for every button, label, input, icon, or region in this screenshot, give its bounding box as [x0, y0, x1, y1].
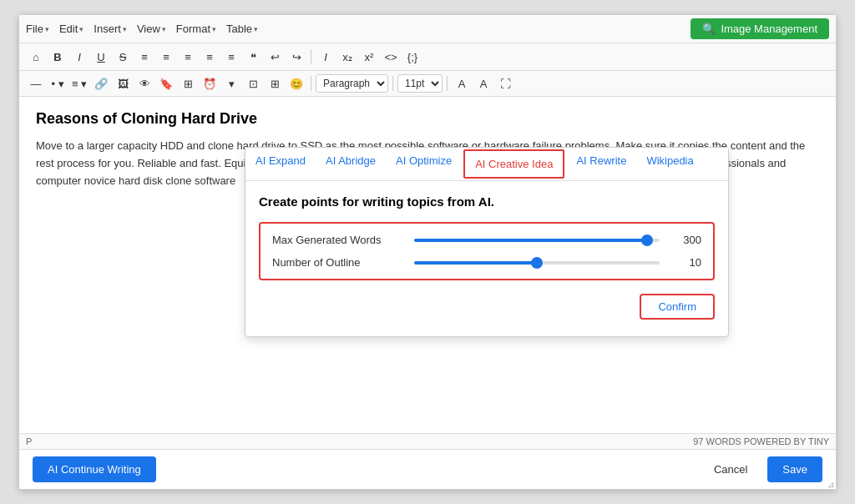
insert-arrow-icon: ▾ — [123, 25, 127, 33]
confirm-button[interactable]: Confirm — [640, 294, 715, 320]
table-insert-button[interactable]: ⊞ — [178, 73, 198, 93]
indent-button[interactable]: ≡ — [221, 47, 241, 67]
font-size-select[interactable]: 11pt — [397, 74, 443, 93]
toolbar-row2: — • ▾ ≡ ▾ 🔗 🖼 👁 🔖 ⊞ ⏰ ▾ ⊡ ⊞ 😊 Paragraph … — [19, 71, 836, 97]
undo-button[interactable]: ↩ — [265, 47, 285, 67]
menu-file[interactable]: File ▾ — [26, 23, 49, 35]
strikethrough-button[interactable]: S — [113, 47, 133, 67]
clock-button[interactable]: ⏰ — [200, 73, 220, 93]
menu-table[interactable]: Table ▾ — [226, 23, 258, 35]
menu-items: File ▾ Edit ▾ Insert ▾ View ▾ Format ▾ T… — [26, 23, 258, 35]
emoji-button[interactable]: 😊 — [286, 73, 306, 93]
continue-writing-button[interactable]: AI Continue Writing — [33, 456, 156, 482]
menu-format[interactable]: Format ▾ — [176, 23, 216, 35]
italic-button[interactable]: I — [69, 47, 89, 67]
max-words-thumb[interactable] — [641, 234, 653, 246]
toolbar-sep-3 — [392, 76, 393, 91]
embed-button[interactable]: ⊡ — [243, 73, 263, 93]
horizontal-rule-button[interactable]: — — [26, 73, 46, 93]
image-button[interactable]: 🖼 — [113, 73, 133, 93]
max-words-track[interactable] — [414, 239, 660, 242]
tab-ai-creative-idea[interactable]: AI Creative Idea — [463, 149, 564, 179]
link-button[interactable]: 🔗 — [91, 73, 111, 93]
ai-panel-title: Create points for writing topics from AI… — [259, 194, 715, 209]
word-count: 97 WORDS POWERED BY TINY — [693, 436, 829, 446]
blockquote-button[interactable]: ❝ — [243, 47, 263, 67]
source-code-button[interactable]: ⌂ — [26, 47, 46, 67]
status-bar: P 97 WORDS POWERED BY TINY ⊿ — [19, 433, 836, 449]
confirm-row: Confirm — [259, 290, 715, 323]
align-right-button[interactable]: ≡ — [178, 47, 198, 67]
justify-button[interactable]: ≡ — [200, 47, 220, 67]
max-words-value: 300 — [668, 234, 701, 246]
editor-content[interactable]: Reasons of Cloning Hard Drive Move to a … — [19, 97, 836, 433]
underline-button[interactable]: U — [91, 47, 111, 67]
toolbar-row1: ⌂ B I U S ≡ ≡ ≡ ≡ ≡ ❝ ↩ ↪ I x₂ x² <> {;} — [19, 43, 836, 71]
subscript-button[interactable]: x₂ — [337, 47, 357, 67]
bold-button[interactable]: B — [48, 47, 68, 67]
outline-label: Number of Outline — [272, 256, 406, 269]
code-block-button[interactable]: {;} — [402, 47, 422, 67]
menu-edit[interactable]: Edit ▾ — [59, 23, 83, 35]
align-left-button[interactable]: ≡ — [134, 47, 154, 67]
bookmark-button[interactable]: 🔖 — [156, 73, 176, 93]
toolbar-sep-1 — [311, 49, 311, 64]
outline-value: 10 — [668, 256, 701, 269]
format-arrow-icon: ▾ — [212, 25, 216, 33]
menu-bar: File ▾ Edit ▾ Insert ▾ View ▾ Format ▾ T… — [19, 15, 836, 43]
italic2-button[interactable]: I — [316, 47, 336, 67]
editor-window: File ▾ Edit ▾ Insert ▾ View ▾ Format ▾ T… — [18, 14, 837, 490]
ai-panel: Create points for writing topics from AI… — [245, 181, 728, 336]
paragraph-style-select[interactable]: Paragraph — [316, 74, 388, 93]
code-button[interactable]: <> — [381, 47, 401, 67]
save-button[interactable]: Save — [767, 456, 822, 482]
dropdown-button[interactable]: ▾ — [221, 73, 241, 93]
bottom-right-actions: Cancel Save — [702, 456, 822, 482]
image-management-button[interactable]: 🔍 Image Management — [691, 18, 829, 39]
outline-track[interactable] — [414, 261, 660, 265]
menu-view[interactable]: View ▾ — [137, 23, 166, 35]
align-center-button[interactable]: ≡ — [156, 47, 176, 67]
file-arrow-icon: ▾ — [45, 25, 49, 33]
search-icon: 🔍 — [702, 23, 716, 35]
outline-fill — [414, 261, 537, 265]
ai-tabs: AI Expand AI Abridge AI Optimize AI Crea… — [245, 148, 728, 181]
resize-handle-icon[interactable]: ⊿ — [826, 479, 836, 489]
outline-thumb[interactable] — [531, 257, 543, 269]
preview-button[interactable]: 👁 — [134, 73, 154, 93]
ordered-list-button[interactable]: ≡ ▾ — [69, 73, 89, 93]
max-words-label: Max Generated Words — [272, 234, 406, 246]
outline-row: Number of Outline 10 — [272, 256, 701, 269]
sliders-section: Max Generated Words 300 Number of Outlin… — [259, 222, 715, 280]
edit-arrow-icon: ▾ — [79, 25, 83, 33]
tab-ai-optimize[interactable]: AI Optimize — [386, 148, 462, 180]
bottom-bar: AI Continue Writing Cancel Save — [19, 449, 836, 489]
fullscreen-button[interactable]: ⛶ — [495, 73, 515, 93]
status-element: P — [26, 436, 32, 446]
highlight-color-button[interactable]: A — [473, 73, 493, 93]
bullet-list-button[interactable]: • ▾ — [48, 73, 68, 93]
table-arrow-icon: ▾ — [254, 25, 258, 33]
cancel-button[interactable]: Cancel — [702, 456, 759, 482]
redo-button[interactable]: ↪ — [286, 47, 306, 67]
toolbar-sep-4 — [447, 76, 448, 91]
font-color-button[interactable]: A — [452, 73, 472, 93]
max-words-fill — [414, 239, 647, 242]
superscript-button[interactable]: x² — [359, 47, 379, 67]
tab-ai-rewrite[interactable]: AI Rewrite — [566, 148, 636, 180]
ai-popup: AI Expand AI Abridge AI Optimize AI Crea… — [245, 147, 729, 337]
editor-title: Reasons of Cloning Hard Drive — [36, 110, 819, 128]
max-words-row: Max Generated Words 300 — [272, 234, 701, 246]
toolbar-sep-2 — [311, 76, 311, 91]
view-arrow-icon: ▾ — [162, 25, 166, 33]
tab-ai-expand[interactable]: AI Expand — [245, 148, 316, 180]
tab-wikipedia[interactable]: Wikipedia — [636, 148, 703, 180]
menu-insert[interactable]: Insert ▾ — [94, 23, 127, 35]
grid-button[interactable]: ⊞ — [265, 73, 285, 93]
tab-ai-abridge[interactable]: AI Abridge — [316, 148, 386, 180]
